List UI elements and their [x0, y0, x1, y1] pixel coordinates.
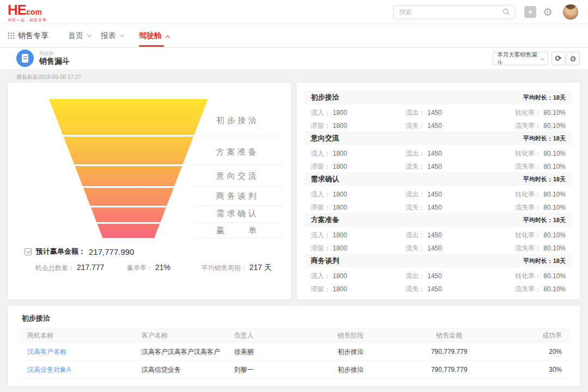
report-icon	[16, 50, 34, 67]
cell-customer: 汉高信贷业务	[142, 365, 234, 375]
stage-details-card: 初步接洽 平均时长：18天 流入：1800 流出：1450 转化率：80.10%…	[297, 83, 580, 299]
funnel-stage-label: 初步接洽	[216, 116, 256, 125]
col-header: 销售阶段	[338, 331, 397, 340]
expected-win-amount: 预计赢单金额： 217,777.990	[24, 247, 134, 256]
funnel-segment	[49, 99, 208, 135]
funnel-filter-select[interactable]: 本月大客销售漏斗	[493, 52, 548, 65]
add-icon[interactable]: +	[524, 6, 536, 18]
funnel-stage-label: 赢单	[216, 226, 256, 235]
sales-funnel-chart	[49, 99, 208, 238]
guide-line	[193, 222, 283, 223]
brand-logo: HEcom 和你一起，创想未来	[8, 3, 47, 22]
stage-section: 商务谈判 平均时长：18天 流入：1800 流出：1450 转化率：80.10%…	[304, 254, 572, 295]
table-header: 商机名称 客户名称 负责人 销售阶段 销售金额 成功率	[19, 328, 569, 343]
funnel-stage-label: 商务谈判	[216, 192, 256, 200]
guide-line	[193, 136, 283, 136]
stage-section: 方案准备 平均时长：18天 流入：1800 流出：1450 转化率：80.10%…	[304, 213, 572, 254]
table-row: 汉高业务对象A 汉高信贷业务 刘黎一 初步接洽 790,779.779 30%	[19, 361, 569, 379]
metrics-row: 流入：1800 流出：1450 转化率：80.10%	[304, 105, 572, 118]
stage-section-header: 方案准备 平均时长：18天	[304, 213, 572, 227]
cell-success-rate: 30%	[501, 366, 562, 373]
cell-owner: 刘黎一	[234, 365, 338, 375]
funnel-segment	[64, 137, 194, 164]
top-header: HEcom 和你一起，创想未来 + ⚙	[0, 0, 588, 24]
metrics-row: 滞留：1800 流失：1450 流失率：80.10%	[304, 118, 572, 131]
cell-customer: 汉高客户汉高客户汉高客户	[142, 347, 234, 357]
guide-line	[193, 206, 283, 206]
chevron-down-icon	[87, 33, 91, 37]
gear-icon: ⚙	[569, 54, 577, 63]
card-settings-button[interactable]: ⚙	[566, 52, 580, 65]
stat-avg-cycle: 平均销售周期：217 天	[201, 263, 272, 273]
stage-section-header: 商务谈判 平均时长：18天	[304, 254, 572, 268]
col-header: 商机名称	[27, 331, 142, 340]
active-tab-indicator	[139, 45, 164, 47]
opportunity-table-card: 初步接洽 商机名称 客户名称 负责人 销售阶段 销售金额 成功率 汉高客户名称 …	[8, 306, 580, 386]
logo-text: HE	[8, 2, 26, 18]
funnel-stage-label: 需求确认	[216, 209, 256, 218]
stat-opportunity-count: 机会总数量：217.777	[35, 263, 105, 273]
metrics-row: 滞留：1800 流失：1450 流失率：80.10%	[304, 240, 572, 253]
guide-line	[193, 165, 283, 166]
search-icon	[503, 8, 510, 16]
table-row: 汉高客户名称 汉高客户汉高客户汉高客户 徐美丽 初步接洽 790,779.779…	[19, 343, 569, 361]
nav-item-cockpit[interactable]: 驾驶舱	[139, 31, 169, 41]
col-header: 客户名称	[142, 331, 234, 340]
funnel-segment	[75, 166, 182, 186]
stat-win-rate: 赢单率：21%	[127, 263, 170, 273]
col-header: 销售金额	[397, 331, 501, 340]
guide-line	[193, 238, 283, 238]
opportunity-link[interactable]: 汉高客户名称	[27, 347, 142, 357]
app-grid-icon[interactable]	[8, 32, 15, 39]
cell-success-rate: 20%	[501, 348, 562, 356]
checkbox-icon[interactable]	[24, 248, 32, 255]
table-title: 初步接洽	[22, 314, 50, 323]
metrics-row: 流入：1800 流出：1450 转化率：80.10%	[304, 227, 572, 240]
stage-section-header: 需求确认 平均时长：18天	[304, 172, 572, 186]
funnel-segment	[97, 224, 160, 238]
chevron-up-icon	[166, 35, 170, 40]
stage-section-header: 初步接洽 平均时长：18天	[304, 90, 572, 105]
nav-item-reports[interactable]: 报表	[101, 31, 124, 41]
metrics-row: 流入：1800 流出：1450 转化率：80.10%	[304, 268, 572, 281]
opportunity-link[interactable]: 汉高业务对象A	[27, 365, 142, 375]
metrics-row: 流入：1800 流出：1450 转化率：80.10%	[304, 186, 572, 199]
col-header: 负责人	[234, 331, 338, 340]
stage-section: 意向交流 平均时长：18天 流入：1800 流出：1450 转化率：80.10%…	[304, 131, 572, 172]
last-refresh-time: 最新刷新2018-09-08 17:27	[16, 74, 81, 81]
app-name: 销售专享	[18, 31, 48, 41]
metrics-row: 滞留：1800 流失：1450 流失率：80.10%	[304, 281, 572, 294]
funnel-segment	[83, 188, 174, 206]
cell-amount: 790,779.779	[397, 366, 501, 373]
funnel-segment	[91, 207, 166, 222]
chevron-down-icon	[541, 57, 544, 60]
funnel-stage-label: 意向交流	[216, 171, 256, 180]
stage-section-header: 意向交流 平均时长：18天	[304, 131, 572, 145]
funnel-stats: 机会总数量：217.777 赢单率：21% 平均销售周期：217 天	[8, 263, 291, 272]
col-header: 成功率	[501, 331, 562, 340]
nav-item-home[interactable]: 首页	[68, 31, 91, 41]
search-input[interactable]	[399, 8, 503, 16]
metrics-row: 滞留：1800 流失：1450 流失率：80.10%	[304, 199, 572, 212]
main-nav: 销售专享 首页 报表 驾驶舱	[0, 24, 588, 47]
sales-dashboard: HEcom 和你一起，创想未来 + ⚙ 销售专享 首页 报表 驾驶舱 驾驶舱 销…	[0, 0, 588, 392]
cell-owner: 徐美丽	[234, 347, 338, 357]
stage-section: 需求确认 平均时长：18天 流入：1800 流出：1450 转化率：80.10%…	[304, 172, 572, 213]
user-avatar[interactable]	[563, 4, 578, 20]
stage-section: 初步接洽 平均时长：18天 流入：1800 流出：1450 转化率：80.10%…	[304, 90, 572, 131]
metrics-row: 滞留：1800 流失：1450 流失率：80.10%	[304, 158, 572, 171]
cell-stage: 初步接洽	[338, 365, 397, 375]
refresh-icon: ⟳	[555, 54, 562, 63]
page-title: 销售漏斗	[39, 57, 70, 66]
brand-tagline: 和你一起，创想未来	[8, 18, 47, 22]
metrics-row: 流入：1800 流出：1450 转化率：80.10%	[304, 145, 572, 158]
refresh-button[interactable]: ⟳	[552, 52, 565, 65]
cell-amount: 790,779.779	[397, 348, 501, 356]
guide-line	[193, 187, 283, 187]
funnel-card: 初步接洽 方案准备 意向交流 商务谈判 需求确认 赢单 预计赢单金额： 217,…	[8, 83, 291, 299]
settings-icon[interactable]: ⚙	[543, 4, 553, 20]
cell-stage: 初步接洽	[338, 347, 397, 357]
page-title-bar: 驾驶舱 销售漏斗 本月大客销售漏斗 ⟳ ⚙	[0, 48, 588, 69]
funnel-stage-label: 方案准备	[216, 148, 256, 156]
global-search[interactable]	[393, 5, 515, 19]
